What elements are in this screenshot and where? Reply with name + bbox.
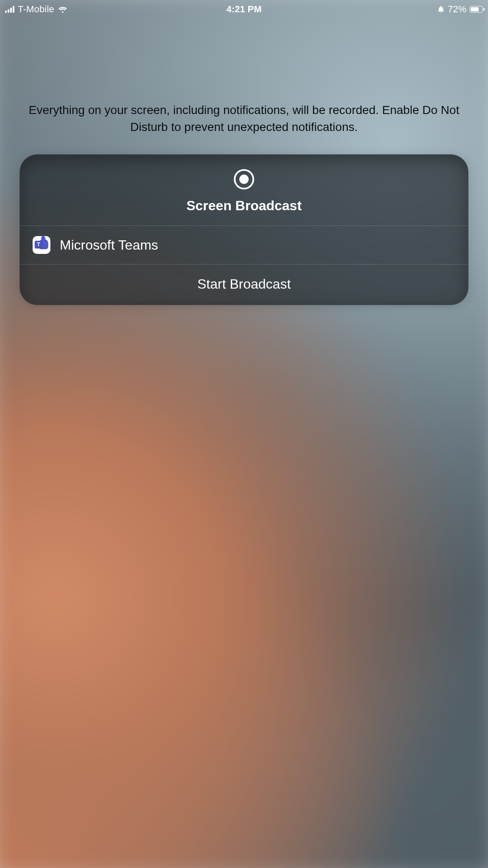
status-bar-right: 72% [437, 4, 483, 15]
record-icon [234, 169, 254, 189]
broadcast-app-row[interactable]: T Microsoft Teams [20, 226, 468, 264]
battery-icon [469, 6, 483, 13]
teams-glyph-icon: T [35, 238, 48, 252]
battery-percent: 72% [448, 4, 466, 15]
status-bar-left: T-Mobile [5, 4, 68, 15]
teams-glyph-letter: T [35, 241, 42, 248]
screen: T-Mobile 4:21 PM 72% Everything on your … [0, 0, 488, 868]
teams-app-icon: T [33, 236, 50, 254]
clock: 4:21 PM [226, 4, 261, 15]
alarm-icon [437, 6, 445, 13]
broadcast-panel-header: Screen Broadcast [20, 155, 468, 225]
carrier-label: T-Mobile [18, 4, 54, 15]
start-broadcast-button[interactable]: Start Broadcast [20, 264, 468, 305]
broadcast-panel: Screen Broadcast T Microsoft Teams Start… [19, 154, 469, 305]
status-bar-center: 4:21 PM [0, 4, 488, 15]
wifi-icon [58, 6, 68, 13]
cellular-signal-icon [5, 6, 14, 13]
broadcast-description: Everything on your screen, including not… [0, 102, 488, 136]
broadcast-title: Screen Broadcast [186, 198, 302, 214]
status-bar: T-Mobile 4:21 PM 72% [0, 0, 488, 19]
broadcast-app-name: Microsoft Teams [60, 237, 158, 253]
